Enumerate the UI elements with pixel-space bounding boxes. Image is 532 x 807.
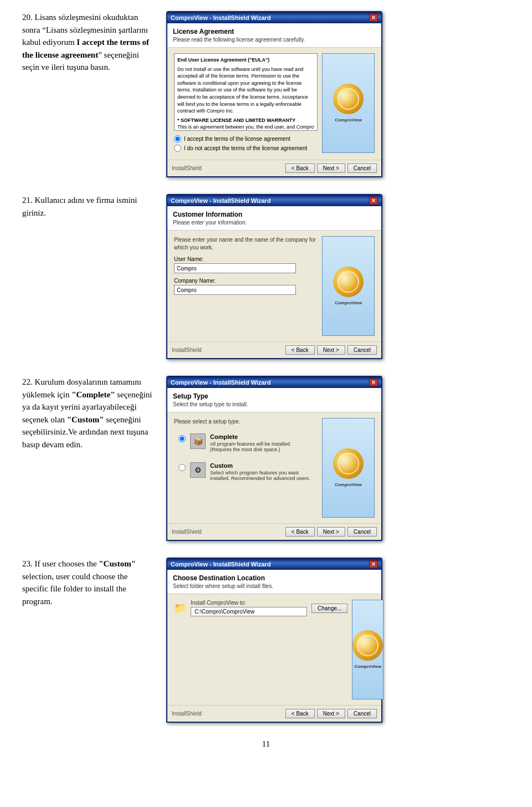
dialog-close-button[interactable]: ✕ bbox=[369, 379, 378, 386]
dialog-close-button[interactable]: ✕ bbox=[369, 560, 378, 568]
dialog-titlebar: ComproView - InstallShield Wizard ✕ bbox=[167, 377, 381, 388]
dialog-content: 📁 Install ComproView to: C:\Compro\Compr… bbox=[167, 594, 381, 705]
dialog-footer: InstallShield < Back Next > Cancel bbox=[167, 705, 381, 722]
dialog-title: ComproView - InstallShield Wizard bbox=[171, 197, 271, 204]
section-21: 21. Kullanıcı adını ve firma ismini giri… bbox=[22, 194, 510, 359]
dialog-titlebar: ComproView - InstallShield Wizard ✕ bbox=[167, 12, 381, 23]
installshield-label: InstallShield bbox=[172, 711, 202, 717]
license-dialog: ComproView - InstallShield Wizard ✕ Lice… bbox=[166, 11, 382, 177]
dialog-title: ComproView - InstallShield Wizard bbox=[171, 379, 271, 386]
dialog-body: Setup Type Select the setup type to inst… bbox=[167, 388, 381, 540]
comproview-logo bbox=[333, 267, 364, 297]
dialog-subheader: Please read the following license agreem… bbox=[173, 37, 376, 43]
customer-info-dialog: ComproView - InstallShield Wizard ✕ Cust… bbox=[166, 194, 382, 359]
custom-icon: ⚙ bbox=[190, 462, 206, 478]
user-name-label: User Name: bbox=[174, 256, 318, 262]
cancel-button[interactable]: Cancel bbox=[347, 709, 377, 718]
comproview-logo bbox=[333, 84, 364, 114]
dialog-content: Please select a setup type. 📦 Complete A… bbox=[167, 412, 381, 523]
dialog-buttons: < Back Next > Cancel bbox=[285, 527, 377, 537]
dialog-header: Customer Information bbox=[173, 211, 376, 218]
cancel-button[interactable]: Cancel bbox=[347, 164, 377, 173]
company-name-label: Company Name: bbox=[174, 278, 318, 284]
section-22: 22. Kurulum dosyalarının tamamını yüklem… bbox=[22, 376, 510, 541]
user-name-input[interactable] bbox=[174, 263, 296, 273]
section-21-body: Kullanıcı adını ve firma ismini giriniz. bbox=[22, 196, 137, 217]
back-button[interactable]: < Back bbox=[285, 527, 315, 537]
dialog-subheader: Select folder where setup will install f… bbox=[173, 583, 376, 589]
section-number: 20. bbox=[22, 13, 33, 22]
cancel-button[interactable]: Cancel bbox=[347, 527, 377, 537]
logo-text: ComproView bbox=[335, 300, 362, 305]
dialog-header-strip: License Agreement Please read the follow… bbox=[167, 23, 381, 48]
section-23-image: ComproView - InstallShield Wizard ✕ Choo… bbox=[166, 558, 510, 723]
dest-info: Install ComproView to: C:\Compro\ComproV… bbox=[191, 600, 307, 616]
license-text: End User License Agreement ("EULA") Do n… bbox=[174, 53, 318, 131]
change-button[interactable]: Change... bbox=[311, 604, 347, 613]
dialog-buttons: < Back Next > Cancel bbox=[285, 345, 377, 355]
page-number: 11 bbox=[22, 739, 510, 749]
dialog-close-button[interactable]: ✕ bbox=[369, 197, 378, 205]
user-name-row: User Name: bbox=[174, 256, 318, 273]
dialog-footer: InstallShield < Back Next > Cancel bbox=[167, 341, 381, 358]
to-word: to bbox=[85, 584, 92, 593]
next-button[interactable]: Next > bbox=[317, 527, 345, 537]
next-button[interactable]: Next > bbox=[317, 164, 345, 173]
custom-desc: Select which program features you want i… bbox=[210, 470, 313, 481]
back-button[interactable]: < Back bbox=[285, 709, 315, 718]
radio-accept[interactable]: I accept the terms of the license agreem… bbox=[174, 135, 318, 142]
dialog-buttons: < Back Next > Cancel bbox=[285, 164, 377, 173]
setup-type-dialog: ComproView - InstallShield Wizard ✕ Setu… bbox=[166, 376, 382, 541]
logo-panel: ComproView bbox=[322, 53, 375, 153]
dialog-titlebar: ComproView - InstallShield Wizard ✕ bbox=[167, 195, 381, 206]
back-button[interactable]: < Back bbox=[285, 345, 315, 355]
complete-label: Complete bbox=[210, 433, 313, 440]
info-text: Please enter your name and the name of t… bbox=[174, 236, 318, 252]
section-22-image: ComproView - InstallShield Wizard ✕ Setu… bbox=[166, 376, 510, 541]
section-number: 21. bbox=[22, 196, 33, 205]
dialog-content: Please enter your name and the name of t… bbox=[167, 231, 381, 341]
custom-label: Custom bbox=[210, 462, 313, 469]
logo-panel: ComproView bbox=[352, 600, 383, 699]
dialog-header: Choose Destination Location bbox=[173, 574, 376, 582]
section-20-text: 20. Lisans sözleşmesini okuduktan sonra … bbox=[22, 11, 166, 74]
next-button[interactable]: Next > bbox=[317, 345, 345, 355]
custom-text: Custom Select which program features you… bbox=[210, 462, 313, 481]
section-23-text: 23. If user chooses the "Custom" selecti… bbox=[22, 558, 166, 607]
section-22-text: 22. Kurulum dosyalarının tamamını yüklem… bbox=[22, 376, 166, 451]
dialog-subheader: Select the setup type to install. bbox=[173, 401, 376, 407]
page: 20. Lisans sözleşmesini okuduktan sonra … bbox=[0, 0, 532, 771]
section-21-image: ComproView - InstallShield Wizard ✕ Cust… bbox=[166, 194, 510, 359]
prompt-text: Please select a setup type. bbox=[174, 418, 318, 426]
section-20-image: ComproView - InstallShield Wizard ✕ Lice… bbox=[166, 11, 510, 177]
custom-option[interactable]: ⚙ Custom Select which program features y… bbox=[174, 459, 318, 484]
logo-panel: ComproView bbox=[322, 236, 375, 336]
dialog-titlebar: ComproView - InstallShield Wizard ✕ bbox=[167, 559, 381, 570]
dialog-buttons: < Back Next > Cancel bbox=[285, 709, 377, 718]
dialog-header-strip: Choose Destination Location Select folde… bbox=[167, 570, 381, 594]
radio-decline[interactable]: I do not accept the terms of the license… bbox=[174, 145, 318, 152]
company-name-row: Company Name: bbox=[174, 278, 318, 295]
installshield-label: InstallShield bbox=[172, 347, 202, 353]
destination-row: 📁 Install ComproView to: C:\Compro\Compr… bbox=[174, 600, 347, 616]
cancel-button[interactable]: Cancel bbox=[347, 345, 377, 355]
dialog-body: Customer Information Please enter your i… bbox=[167, 206, 381, 358]
section-20: 20. Lisans sözleşmesini okuduktan sonra … bbox=[22, 11, 510, 177]
dialog-header: Setup Type bbox=[173, 392, 376, 400]
folder-icon: 📁 bbox=[174, 602, 186, 614]
complete-icon: 📦 bbox=[190, 433, 206, 449]
section-number: 23. bbox=[22, 559, 33, 568]
logo-text: ComproView bbox=[335, 482, 362, 487]
complete-option[interactable]: 📦 Complete All program features will be … bbox=[174, 430, 318, 456]
dialog-title: ComproView - InstallShield Wizard bbox=[171, 561, 271, 568]
dialog-header: License Agreement bbox=[173, 28, 376, 35]
back-button[interactable]: < Back bbox=[285, 164, 315, 173]
comproview-logo bbox=[333, 448, 364, 479]
dialog-title: ComproView - InstallShield Wizard bbox=[171, 14, 271, 21]
dialog-content: End User License Agreement ("EULA") Do n… bbox=[167, 48, 381, 160]
next-button[interactable]: Next > bbox=[317, 709, 345, 718]
dialog-close-button[interactable]: ✕ bbox=[369, 14, 378, 22]
dialog-body: License Agreement Please read the follow… bbox=[167, 23, 381, 176]
company-name-input[interactable] bbox=[174, 285, 296, 295]
logo-text: ComproView bbox=[355, 664, 382, 669]
